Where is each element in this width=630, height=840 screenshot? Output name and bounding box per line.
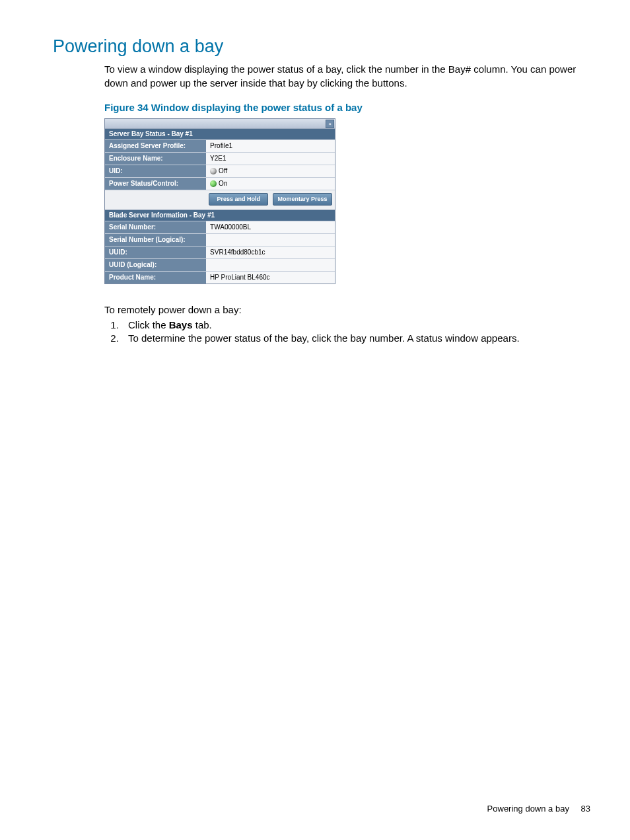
label-serial-number-logical: Serial Number (Logical): — [105, 233, 206, 246]
window-titlebar: × — [105, 119, 335, 128]
status-dot-off-icon — [210, 168, 217, 174]
status-dot-on-icon — [210, 180, 217, 187]
list-item: To determine the power status of the bay… — [122, 332, 584, 344]
table-row: UUID: SVR14fbdd80cb1c — [105, 246, 335, 258]
figure-caption: Figure 34 Window displaying the power st… — [104, 102, 584, 113]
procedure-steps: Click the Bays tab. To determine the pow… — [104, 319, 584, 344]
label-uuid: UUID: — [105, 246, 206, 258]
close-icon[interactable]: × — [326, 120, 334, 128]
value-serial-number-logical — [206, 233, 335, 246]
table-row: Enclosure Name: Y2E1 — [105, 153, 335, 165]
label-uid: UID: — [105, 165, 206, 178]
step-text: tab. — [193, 319, 212, 330]
table-row: UID: Off — [105, 165, 335, 178]
section-header-bay-status: Server Bay Status - Bay #1 — [105, 128, 335, 139]
section-header-blade-info: Blade Server Information - Bay #1 — [105, 210, 335, 221]
step-text: Click the — [128, 319, 169, 330]
power-text: On — [219, 180, 227, 187]
value-uuid-logical — [206, 258, 335, 271]
footer-section-title: Powering down a bay — [487, 804, 569, 814]
momentary-press-button[interactable]: Momentary Press — [273, 193, 332, 206]
label-uuid-logical: UUID (Logical): — [105, 258, 206, 271]
table-row: UUID (Logical): — [105, 258, 335, 271]
value-uid: Off — [206, 165, 335, 178]
table-row: Serial Number: TWA00000BL — [105, 221, 335, 233]
section-heading: Powering down a bay — [53, 36, 590, 57]
page-footer: Powering down a bay 83 — [487, 804, 590, 814]
table-row: Product Name: HP ProLiant BL460c — [105, 271, 335, 284]
label-product-name: Product Name: — [105, 271, 206, 284]
intro-paragraph: To view a window displaying the power st… — [104, 62, 584, 90]
procedure-lead-in: To remotely power down a bay: — [104, 304, 584, 315]
step-bold: Bays — [169, 319, 193, 330]
uid-text: Off — [219, 167, 227, 174]
value-product-name: HP ProLiant BL460c — [206, 271, 335, 284]
label-power-status: Power Status/Control: — [105, 178, 206, 190]
press-and-hold-button[interactable]: Press and Hold — [209, 193, 268, 206]
label-enclosure-name: Enclosure Name: — [105, 153, 206, 165]
table-row: Assigned Server Profile: Profile1 — [105, 140, 335, 153]
table-row: Serial Number (Logical): — [105, 233, 335, 246]
label-serial-number: Serial Number: — [105, 221, 206, 233]
label-assigned-profile: Assigned Server Profile: — [105, 140, 206, 153]
value-power-status: On — [206, 178, 335, 190]
list-item: Click the Bays tab. — [122, 319, 584, 330]
table-row: Power Status/Control: On — [105, 178, 335, 190]
blade-info-table: Serial Number: TWA00000BL Serial Number … — [105, 221, 335, 284]
bay-status-table: Assigned Server Profile: Profile1 Enclos… — [105, 139, 335, 190]
power-button-row: Press and Hold Momentary Press — [105, 190, 335, 210]
value-serial-number: TWA00000BL — [206, 221, 335, 233]
value-uuid: SVR14fbdd80cb1c — [206, 246, 335, 258]
value-assigned-profile: Profile1 — [206, 140, 335, 153]
page-number: 83 — [581, 804, 590, 814]
value-enclosure-name: Y2E1 — [206, 153, 335, 165]
bay-status-window: × Server Bay Status - Bay #1 Assigned Se… — [104, 118, 335, 284]
